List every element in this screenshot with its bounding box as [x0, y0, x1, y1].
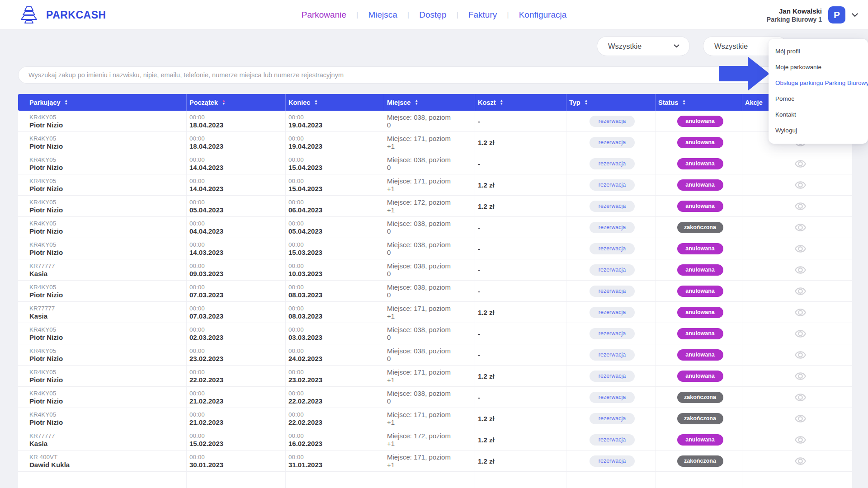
- sort-icon: ▲▼: [222, 99, 225, 105]
- nav-dostep[interactable]: Dostęp: [419, 10, 446, 20]
- view-action-button[interactable]: [794, 221, 807, 234]
- col-label: Status: [658, 99, 678, 106]
- menu-item-pomoc[interactable]: Pomoc: [769, 91, 868, 107]
- parking-spot: Miejsce: 038, poziom 0: [387, 113, 453, 129]
- view-action-button[interactable]: [794, 391, 807, 404]
- driver-name: Piotr Nizio: [29, 142, 186, 150]
- view-action-button[interactable]: [794, 455, 807, 467]
- end-time: 00:00: [288, 199, 384, 206]
- table-row: KR4KY05Piotr Nizio00:0021.02.202300:0022…: [18, 408, 852, 429]
- cell-status: zakończona: [656, 450, 742, 471]
- nav-parkowanie[interactable]: Parkowanie: [302, 10, 346, 20]
- start-time: 00:00: [189, 390, 285, 397]
- cell-miejsce: Miejsce: 038, poziom 0: [384, 344, 475, 365]
- cell-akcje: [742, 344, 852, 365]
- col-header-typ[interactable]: Typ▲▼: [566, 94, 656, 111]
- view-action-button[interactable]: [794, 349, 807, 361]
- brand-logo[interactable]: PARKCASH: [17, 0, 106, 30]
- cell-typ: rezerwacja: [566, 302, 656, 323]
- nav-konfiguracja[interactable]: Konfiguracja: [519, 10, 567, 20]
- menu-item-wyloguj[interactable]: Wyloguj: [769, 122, 868, 138]
- cell-poczatek: 00:0014.03.2023: [187, 238, 286, 259]
- start-time: 00:00: [189, 454, 285, 460]
- start-time: 00:00: [189, 263, 285, 269]
- driver-name: Piotr Nizio: [29, 249, 186, 256]
- end-date: 15.04.2023: [288, 185, 384, 192]
- view-action-button[interactable]: [794, 158, 807, 170]
- nav-separator: |: [407, 10, 409, 19]
- vehicle-plate: KR4KY05: [29, 284, 186, 291]
- col-label: Koniec: [288, 99, 310, 106]
- nav-faktury[interactable]: Faktury: [468, 10, 497, 20]
- menu-item-moj-profil[interactable]: Mój profil: [769, 43, 868, 59]
- vehicle-plate: KR4KY05: [29, 178, 186, 184]
- filler-cell: [475, 472, 566, 488]
- nav-miejsca[interactable]: Miejsca: [368, 10, 397, 20]
- filter-dropdown-1[interactable]: Wszystkie: [597, 36, 690, 56]
- main-nav: Parkowanie|Miejsca|Dostęp|Faktury|Konfig…: [302, 0, 567, 30]
- driver-name: Kasia: [29, 312, 186, 320]
- start-date: 05.04.2023: [189, 206, 285, 214]
- col-header-koniec[interactable]: Koniec▲▼: [286, 94, 384, 111]
- view-action-button[interactable]: [794, 370, 807, 382]
- cell-typ: rezerwacja: [566, 238, 656, 259]
- cost-value: 1.2 zł: [478, 309, 566, 316]
- cell-miejsce: Miejsce: 172, poziom +1: [384, 196, 475, 216]
- view-action-button[interactable]: [794, 328, 807, 340]
- cell-parkujacy: KR77777Kasia: [18, 302, 187, 323]
- driver-name: Kasia: [29, 270, 186, 277]
- cost-value: -: [478, 287, 566, 295]
- view-action-button[interactable]: [794, 264, 807, 276]
- col-header-poczatek[interactable]: Początek▲▼: [187, 94, 286, 111]
- cell-akcje: [742, 323, 852, 344]
- cell-status: anulowana: [656, 344, 742, 365]
- menu-item-obsluga-parkingu[interactable]: Obsługa parkingu Parking Biurowy 1: [769, 75, 868, 91]
- end-time: 00:00: [288, 241, 384, 248]
- chevron-down-icon: [852, 13, 858, 17]
- start-date: 23.02.2023: [189, 355, 285, 362]
- cell-parkujacy: KR4KY05Piotr Nizio: [18, 153, 187, 174]
- view-action-button[interactable]: [794, 306, 807, 319]
- table-row: KR4KY05Piotr Nizio00:0014.03.202300:0015…: [18, 238, 852, 259]
- driver-name: Piotr Nizio: [29, 121, 186, 129]
- table-row: KR4KY05Piotr Nizio00:0002.03.202300:0003…: [18, 323, 852, 344]
- col-header-koszt[interactable]: Koszt▲▼: [475, 94, 566, 111]
- view-action-button[interactable]: [794, 285, 807, 297]
- col-header-parkujacy[interactable]: Parkujący▲▼: [18, 94, 187, 111]
- driver-name: Piotr Nizio: [29, 227, 186, 235]
- vehicle-plate: KR4KY05: [29, 369, 186, 375]
- top-bar: PARKCASH Parkowanie|Miejsca|Dostęp|Faktu…: [0, 0, 868, 30]
- parking-spot: Miejsce: 172, poziom +1: [387, 432, 453, 447]
- cell-poczatek: 00:0022.02.2023: [187, 366, 286, 386]
- cell-koszt: -: [475, 344, 566, 365]
- cost-value: -: [478, 160, 566, 168]
- start-date: 21.02.2023: [189, 397, 285, 405]
- status-badge: anulowana: [677, 371, 723, 382]
- vehicle-plate: KR77777: [29, 305, 186, 312]
- col-header-miejsce[interactable]: Miejsce▲▼: [384, 94, 475, 111]
- col-header-status[interactable]: Status▲▼: [656, 94, 742, 111]
- annotation-arrow-icon: [719, 56, 769, 91]
- end-time: 00:00: [288, 411, 384, 418]
- view-action-button[interactable]: [794, 413, 807, 425]
- end-time: 00:00: [288, 326, 384, 333]
- cell-parkujacy: KR77777Kasia: [18, 259, 187, 280]
- cell-koniec: 00:0008.03.2023: [286, 302, 384, 323]
- status-badge: anulowana: [677, 286, 723, 297]
- parking-table: Parkujący▲▼Początek▲▼Koniec▲▼Miejsce▲▼Ko…: [18, 94, 852, 488]
- view-action-button[interactable]: [794, 179, 807, 191]
- start-date: 09.03.2023: [189, 270, 285, 277]
- view-action-button[interactable]: [794, 243, 807, 255]
- start-time: 00:00: [189, 284, 285, 291]
- menu-item-moje-parkowanie[interactable]: Moje parkowanie: [769, 59, 868, 75]
- menu-item-kontakt[interactable]: Kontakt: [769, 107, 868, 122]
- cell-typ: rezerwacja: [566, 408, 656, 429]
- cell-status: zakończona: [656, 387, 742, 408]
- user-menu-trigger[interactable]: Jan Kowalski Parking Biurowy 1 P: [767, 0, 858, 30]
- type-badge: rezerwacja: [590, 158, 635, 169]
- cell-koniec: 00:0031.01.2023: [286, 450, 384, 471]
- view-action-button[interactable]: [794, 434, 807, 446]
- cell-typ: rezerwacja: [566, 153, 656, 174]
- view-action-button[interactable]: [794, 200, 807, 212]
- cell-parkujacy: KR4KY05Piotr Nizio: [18, 408, 187, 429]
